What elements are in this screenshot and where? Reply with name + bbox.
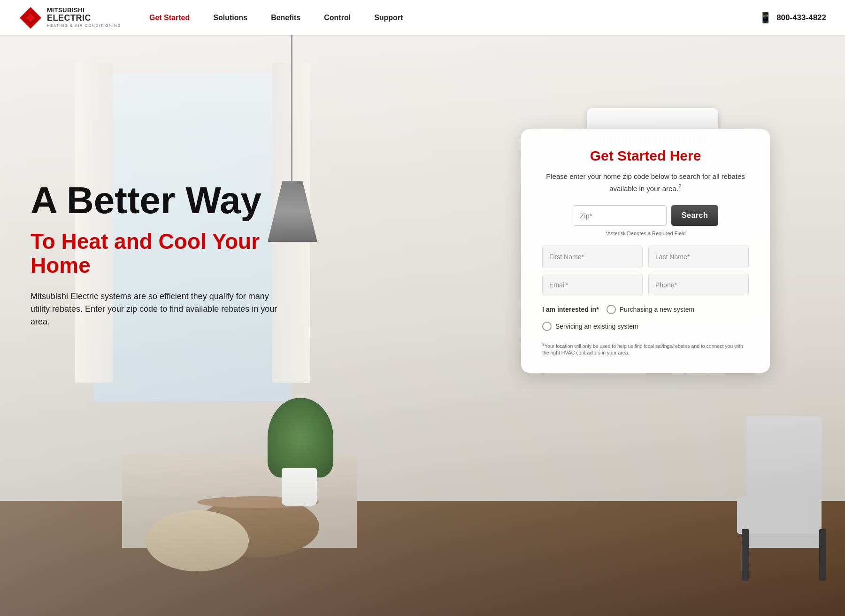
radio-existing-system-label: Servicing an existing system	[555, 323, 638, 330]
zip-row: Search	[542, 205, 749, 226]
radio-existing-system[interactable]: Servicing an existing system	[542, 322, 638, 331]
interested-label: I am interested in*	[542, 306, 599, 313]
nav-support[interactable]: Support	[374, 14, 403, 22]
radio-circle-new	[607, 305, 616, 314]
hero-text-block: A Better Way To Heat and Cool Your Home …	[31, 181, 312, 328]
search-button[interactable]: Search	[671, 205, 718, 226]
zip-input[interactable]	[573, 205, 667, 226]
logo-text: MITSUBISHI ELECTRIC HEATING & AIR CONDIT…	[47, 7, 121, 28]
phone-input[interactable]	[648, 274, 749, 296]
nav-benefits[interactable]: Benefits	[271, 14, 300, 22]
header-contact: 📱 800-433-4822	[759, 12, 826, 24]
phone-number[interactable]: 800-433-4822	[776, 13, 826, 23]
radio-circle-existing	[542, 322, 552, 331]
form-title: Get Started Here	[542, 148, 749, 164]
brand-subtitle: HEATING & AIR CONDITIONING	[47, 24, 121, 28]
brand-name-main: ELECTRIC	[47, 14, 121, 23]
asterisk-note: *Asterisk Denotes a Required Field	[542, 231, 749, 236]
form-subtitle: Please enter your home zip code below to…	[542, 171, 749, 194]
nav-get-started[interactable]: Get Started	[149, 14, 190, 22]
hero-section: A Better Way To Heat and Cool Your Home …	[0, 35, 845, 616]
nav-solutions[interactable]: Solutions	[213, 14, 247, 22]
contact-row	[542, 274, 749, 296]
email-input[interactable]	[542, 274, 643, 296]
hero-subheadline: To Heat and Cool Your Home	[31, 230, 312, 277]
radio-new-system[interactable]: Purchasing a new system	[607, 305, 695, 314]
brand-name-top: MITSUBISHI	[47, 7, 121, 14]
phone-icon: 📱	[759, 12, 772, 24]
nav-control[interactable]: Control	[324, 14, 351, 22]
footnote-text: Your location will only be used to help …	[542, 343, 743, 356]
header: MITSUBISHI ELECTRIC HEATING & AIR CONDIT…	[0, 0, 845, 35]
mitsubishi-logo-icon	[19, 6, 42, 30]
main-nav: Get Started Solutions Benefits Control S…	[149, 14, 759, 22]
form-subtitle-text: Please enter your home zip code below to…	[546, 172, 745, 192]
first-name-input[interactable]	[542, 246, 643, 268]
get-started-form-card: Get Started Here Please enter your home …	[521, 129, 770, 373]
hero-headline: A Better Way	[31, 181, 312, 220]
logo[interactable]: MITSUBISHI ELECTRIC HEATING & AIR CONDIT…	[19, 6, 121, 30]
interested-row: I am interested in* Purchasing a new sys…	[542, 305, 749, 331]
name-row	[542, 246, 749, 268]
hero-body-text: Mitsubishi Electric systems are so effic…	[31, 290, 279, 328]
form-footnote: 2Your location will only be used to help…	[542, 341, 749, 356]
last-name-input[interactable]	[648, 246, 749, 268]
radio-new-system-label: Purchasing a new system	[620, 306, 695, 313]
form-subtitle-sup: 2	[678, 183, 682, 190]
